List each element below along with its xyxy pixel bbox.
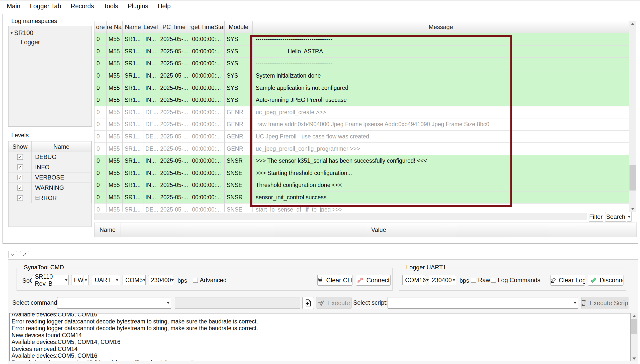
raw-checkbox[interactable] bbox=[471, 278, 476, 283]
level-row: ✓WARNING bbox=[9, 183, 92, 193]
baudrate-select[interactable]: 230400 bbox=[148, 275, 173, 285]
level-checkbox[interactable]: ✓ bbox=[17, 154, 23, 160]
table-row[interactable]: 0M55SR1...IN...2025-05-...00:00:00:...SN… bbox=[95, 167, 629, 179]
new-command-button[interactable] bbox=[302, 297, 314, 309]
tree-expander-icon[interactable]: ▾ bbox=[11, 30, 13, 36]
col-header-core-name[interactable]: Ire Nar bbox=[107, 21, 123, 33]
table-row[interactable]: 0M55SR1...IN...2025-05-...00:00:00:...SY… bbox=[95, 33, 629, 46]
clear-log-label: Clear Log bbox=[559, 277, 585, 284]
table-row[interactable]: 0M55SR1...IN...2025-05-...00:00:00:...SY… bbox=[95, 58, 629, 70]
advanced-label: Advanced bbox=[200, 277, 227, 284]
menu-item-tools[interactable]: Tools bbox=[99, 3, 123, 10]
table-row[interactable]: 0M55SR1...IN...2025-05-...00:00:00:...SN… bbox=[95, 192, 629, 204]
advanced-checkbox[interactable] bbox=[193, 278, 198, 283]
scroll-up-icon[interactable] bbox=[631, 313, 637, 319]
table-row[interactable]: 0M55SR1...IN...2025-05-...00:00:00:...SY… bbox=[95, 94, 629, 106]
level-checkbox[interactable]: ✓ bbox=[17, 164, 23, 170]
command-select[interactable] bbox=[57, 297, 171, 309]
level-checkbox[interactable]: ✓ bbox=[17, 185, 23, 191]
table-row[interactable]: 0M55SR1...DE...2025-05-...00:00:00:...GE… bbox=[95, 143, 629, 155]
cell-message: uc_jpeg_preroll_config_programmer >>> bbox=[253, 143, 629, 155]
cell-core-name: M55 bbox=[107, 204, 123, 212]
search-button[interactable]: Search bbox=[605, 212, 626, 222]
execute-script-button[interactable]: Execute Script bbox=[581, 297, 628, 309]
col-header-core[interactable]: ore bbox=[95, 21, 107, 33]
scrollbar-thumb[interactable] bbox=[631, 319, 637, 334]
logger-port-value: COM16 bbox=[405, 277, 426, 284]
table-row[interactable]: 0M55SR1...DE...2025-05-...00:00:00:...GE… bbox=[95, 131, 629, 143]
cell-core-name: M55 bbox=[107, 58, 123, 70]
soc-select[interactable]: SR110 Rev. B bbox=[32, 275, 69, 285]
table-row[interactable]: 0M55SR1...DE...2025-05-...00:00:00:...SN… bbox=[95, 204, 629, 212]
level-checkbox[interactable]: ✓ bbox=[17, 195, 23, 201]
menu-item-main[interactable]: Main bbox=[2, 3, 25, 10]
disconnect-button[interactable]: Disconnect bbox=[588, 275, 623, 286]
cell-core-name: M55 bbox=[107, 192, 123, 204]
console-line: Error reading logger data:cannot decode … bbox=[12, 325, 630, 332]
cell-pc-time: 2025-05-... bbox=[158, 46, 190, 58]
menu-item-records[interactable]: Records bbox=[66, 3, 99, 10]
cell-core-name: M55 bbox=[107, 33, 123, 45]
cell-message: Threshold configuration done <<< bbox=[253, 179, 629, 191]
table-row[interactable]: 0M55SR1...IN...2025-05-...00:00:00:...SY… bbox=[95, 70, 629, 82]
fw-select[interactable]: FW bbox=[71, 275, 89, 285]
interface-select[interactable]: UART bbox=[92, 275, 120, 285]
level-show-cell: ✓ bbox=[9, 193, 32, 203]
table-row[interactable]: 0M55SR1...IN...2025-05-...00:00:00:...SN… bbox=[95, 179, 629, 192]
expand-panel-button[interactable] bbox=[20, 251, 29, 258]
filter-button[interactable]: Filter bbox=[589, 212, 603, 222]
console-output[interactable]: Available devices:COM5, COM16Error readi… bbox=[9, 313, 630, 361]
col-header-target-timestamp[interactable]: rget TimeStar bbox=[190, 21, 225, 33]
console-scrollbar[interactable] bbox=[631, 313, 637, 361]
connect-button[interactable]: Connect bbox=[356, 275, 391, 286]
script-select[interactable] bbox=[388, 297, 578, 309]
clear-log-button[interactable]: Clear Log bbox=[551, 275, 585, 286]
levels-label: Levels bbox=[11, 132, 29, 139]
menu-item-logger-tab[interactable]: Logger Tab bbox=[25, 3, 66, 10]
detail-table-header: Name Value bbox=[94, 223, 637, 237]
collapse-panel-button[interactable] bbox=[8, 251, 17, 258]
cell-target-ts: 00:00:00:... bbox=[190, 143, 225, 155]
cell-level: IN... bbox=[143, 179, 158, 191]
menu-item-help[interactable]: Help bbox=[153, 3, 175, 10]
execute-button[interactable]: Execute bbox=[316, 297, 352, 309]
log-commands-checkbox[interactable] bbox=[491, 278, 496, 283]
clear-cli-button[interactable]: Clear CLI bbox=[317, 275, 352, 286]
file-plus-icon bbox=[305, 299, 312, 307]
chevron-down-icon bbox=[426, 275, 429, 285]
port-select[interactable]: COM5 bbox=[123, 275, 146, 285]
menu-item-plugins[interactable]: Plugins bbox=[123, 3, 153, 10]
tree-node-logger[interactable]: Logger bbox=[9, 39, 92, 46]
search-dropdown-button[interactable] bbox=[627, 212, 632, 222]
col-header-level[interactable]: Level bbox=[143, 21, 158, 33]
scrollbar-thumb[interactable] bbox=[629, 165, 636, 191]
cell-level: DE... bbox=[143, 106, 158, 118]
level-name: WARNING bbox=[32, 183, 92, 193]
log-table-horizontal-scrollbar[interactable] bbox=[94, 213, 587, 220]
cell-pc-time: 2025-05-... bbox=[158, 155, 190, 167]
cell-core-name: M55 bbox=[107, 167, 123, 179]
col-header-module[interactable]: Module bbox=[225, 21, 253, 33]
table-row[interactable]: 0M55SR1...IN...2025-05-...00:00:00:...SN… bbox=[95, 155, 629, 167]
col-header-message[interactable]: Message bbox=[253, 21, 629, 33]
level-show-cell: ✓ bbox=[9, 152, 32, 162]
logger-port-select[interactable]: COM16 bbox=[402, 275, 426, 285]
table-row[interactable]: 0M55SR1...IN...2025-05-...00:00:00:...SY… bbox=[95, 82, 629, 94]
logger-baudrate-select[interactable]: 230400 bbox=[429, 275, 456, 285]
table-row[interactable]: 0M55SR1...DE...2025-05-...00:00:00:...GE… bbox=[95, 118, 629, 131]
command-args-input[interactable] bbox=[175, 297, 300, 309]
tree-node-sr100[interactable]: ▾ SR100 bbox=[9, 29, 92, 37]
table-row[interactable]: 0M55SR1...DE...2025-05-...00:00:00:...GE… bbox=[95, 106, 629, 119]
scroll-down-icon[interactable] bbox=[629, 206, 636, 212]
col-header-pc-time[interactable]: PC Time bbox=[158, 21, 190, 33]
col-header-name[interactable]: Name bbox=[123, 21, 143, 33]
synatool-cmd-title: SynaTool CMD bbox=[22, 264, 66, 271]
scroll-up-icon[interactable] bbox=[629, 21, 636, 27]
table-row[interactable]: 0M55SR1...IN...2025-05-...00:00:00:...SY… bbox=[95, 46, 629, 58]
log-table-vertical-scrollbar[interactable] bbox=[629, 21, 636, 212]
cell-module: SYS bbox=[225, 94, 253, 106]
level-checkbox[interactable]: ✓ bbox=[17, 175, 23, 180]
scroll-down-icon[interactable] bbox=[631, 356, 637, 361]
cell-target-ts: 00:00:00:... bbox=[190, 94, 225, 106]
connect-label: Connect bbox=[366, 277, 390, 284]
